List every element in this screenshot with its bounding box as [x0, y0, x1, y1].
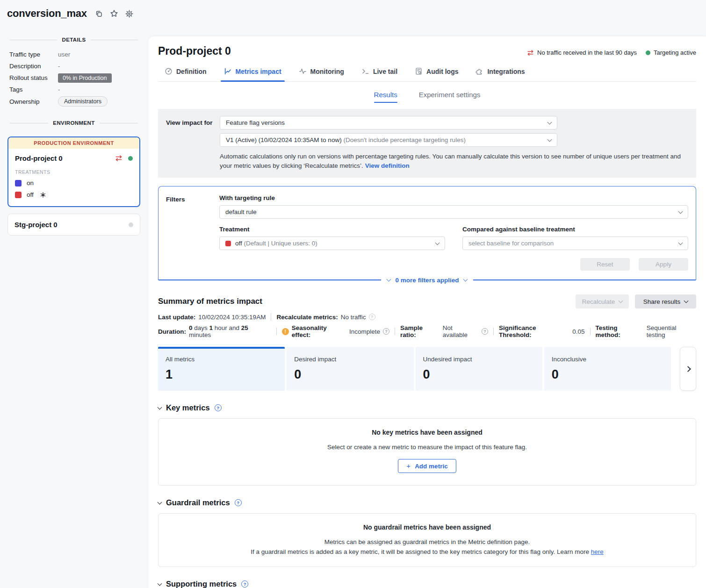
copy-icon [95, 10, 103, 18]
environment-heading: ENVIRONMENT [53, 120, 94, 126]
impact-type-value: Feature flag versions [226, 119, 548, 126]
view-definition-link[interactable]: View definition [365, 162, 410, 169]
help-icon[interactable]: ? [241, 581, 248, 588]
targeting-rule-value: default rule [225, 208, 679, 215]
card-inconclusive[interactable]: Inconclusive 0 [544, 347, 671, 391]
treatment-on-label: on [27, 179, 34, 186]
card-label: Undesired impact [423, 356, 535, 363]
seasonality-value: Incomplete [349, 328, 380, 335]
chevron-down-icon [619, 299, 623, 303]
tab-metrics-impact[interactable]: Metrics impact [224, 67, 281, 81]
add-metric-button[interactable]: + Add metric [398, 459, 456, 473]
more-filters-button[interactable]: 0 more filters applied [381, 277, 474, 284]
card-undesired-impact[interactable]: Undesired impact 0 [416, 347, 542, 391]
guardrail-metrics-header: Guardrail metrics ? [158, 498, 696, 507]
no-traffic-swap-icon [115, 155, 122, 161]
apply-button[interactable]: Apply [639, 258, 688, 271]
traffic-status: No traffic received in the last 90 days [527, 49, 637, 56]
help-icon[interactable]: ? [482, 328, 488, 335]
tab-live-tail[interactable]: Live tail [361, 67, 397, 81]
sidebar: conversion_max [0, 0, 148, 236]
filters-panel: Filters With targeting rule default rule… [158, 186, 696, 280]
baseline-select[interactable]: select baseline for comparison [462, 237, 688, 250]
star-icon [110, 9, 118, 18]
collapse-chevron-icon[interactable] [158, 581, 162, 586]
audit-log-icon [415, 67, 423, 75]
no-traffic-swap-icon [527, 50, 534, 56]
tab-label: Live tail [373, 68, 397, 75]
treatment-off-label: off [27, 191, 34, 198]
collapse-chevron-icon[interactable] [158, 500, 162, 505]
last-update-value: 10/02/2024 10:35:19AM [198, 314, 266, 321]
share-results-button[interactable]: Share results [635, 294, 696, 308]
treatment-off-swatch [15, 192, 22, 198]
chevron-down-icon [678, 209, 683, 214]
environment-inactive-dot [129, 222, 133, 227]
testing-method-label: Testing method: [596, 324, 644, 338]
tab-definition[interactable]: Definition [165, 67, 207, 81]
targeting-rule-select[interactable]: default rule [219, 205, 688, 219]
details-heading: DETAILS [62, 37, 86, 43]
favorite-flag-button[interactable] [110, 9, 118, 18]
chevron-right-icon [685, 366, 691, 372]
tab-label: Integrations [487, 68, 525, 75]
card-value: 0 [552, 367, 663, 382]
flag-settings-button[interactable] [125, 10, 133, 18]
recalculate-button[interactable]: Recalculate [576, 294, 629, 308]
version-select[interactable]: V1 (Active) (10/02/2024 10:35AM to now) … [220, 133, 557, 147]
view-impact-helper: Automatic calculations only run on versi… [220, 152, 687, 170]
tab-label: Monitoring [310, 68, 344, 75]
treatment-select-value: off (Default | Unique users: 0) [235, 240, 436, 247]
impact-type-select[interactable]: Feature flag versions [220, 116, 557, 129]
card-label: All metrics [166, 356, 277, 363]
tab-audit-logs[interactable]: Audit logs [415, 67, 458, 81]
detail-label: Tags [9, 86, 58, 93]
recalculate-metrics-value: No traffic [341, 314, 366, 321]
subtab-results[interactable]: Results [374, 91, 397, 103]
detail-row-rollout-status: Rollout status 0% in Production [9, 73, 140, 83]
key-metrics-empty-card: No key metrics have been assigned Select… [158, 418, 696, 486]
chevron-down-icon [678, 240, 683, 245]
staging-environment-card[interactable]: Stg-project 0 [7, 214, 140, 236]
help-icon[interactable]: ? [383, 328, 389, 335]
key-metrics-empty-text: Select or create a new metric to measure… [168, 444, 686, 451]
tab-label: Audit logs [426, 68, 458, 75]
page-title: Prod-project 0 [158, 45, 231, 57]
guardrail-metrics-title: Guardrail metrics [166, 498, 230, 507]
terminal-icon [361, 67, 369, 75]
tab-integrations[interactable]: Integrations [475, 67, 525, 81]
significance-value: 0.05 [572, 328, 584, 335]
ownership-pill[interactable]: Administrators [58, 96, 108, 107]
subtab-experiment-settings[interactable]: Experiment settings [419, 91, 481, 103]
collapse-chevron-icon[interactable] [158, 405, 162, 410]
reset-button[interactable]: Reset [580, 258, 630, 271]
targeting-rule-label: With targeting rule [219, 194, 688, 201]
card-value: 0 [423, 367, 535, 382]
supporting-metrics-header: Supporting metrics ? [158, 580, 696, 588]
traffic-status-text: No traffic received in the last 90 days [537, 49, 637, 56]
environment-active-dot [128, 156, 133, 161]
treatment-select[interactable]: off (Default | Unique users: 0) [219, 237, 445, 250]
metric-summary-cards: All metrics 1 Desired impact 0 Undesired… [158, 347, 696, 391]
help-icon[interactable]: ? [235, 499, 242, 506]
version-value: V1 (Active) (10/02/2024 10:35AM to now) … [226, 136, 548, 143]
production-environment-card[interactable]: PRODUCTION ENVIRONMENT Prod-project 0 TR… [7, 136, 140, 207]
detail-value: - [58, 63, 60, 70]
baseline-label: Compared against baseline treatment [462, 226, 688, 233]
cards-next-button[interactable] [680, 347, 696, 391]
summary-title: Summary of metrics impact [158, 297, 262, 306]
guardrail-line2: If a guardrail metrics is added as a key… [168, 548, 686, 555]
tab-monitoring[interactable]: Monitoring [299, 67, 344, 81]
main-tab-bar: Definition Metrics impact Monitoring [158, 67, 696, 82]
card-all-metrics[interactable]: All metrics 1 [158, 347, 285, 391]
copy-flag-button[interactable] [95, 10, 103, 18]
treatment-off-swatch [225, 241, 231, 246]
learn-more-link[interactable]: here [591, 548, 604, 555]
filters-label: Filters [166, 194, 219, 271]
card-desired-impact[interactable]: Desired impact 0 [287, 347, 413, 391]
detail-label: Description [9, 63, 58, 70]
help-icon[interactable]: ? [369, 314, 375, 320]
production-environment-name: Prod-project 0 [15, 154, 109, 162]
help-icon[interactable]: ? [215, 404, 222, 411]
detail-value: - [58, 86, 60, 93]
